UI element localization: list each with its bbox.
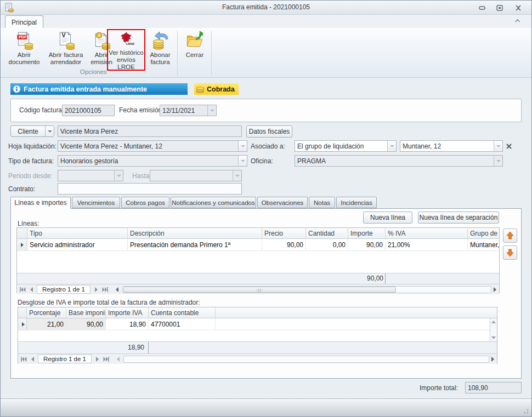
prev-record-button[interactable] <box>28 355 37 363</box>
tipo-factura-dropdown[interactable]: Honorarios gestoría <box>58 155 247 167</box>
cell-cantidad[interactable]: 0,00 <box>306 239 348 251</box>
nueva-linea-button[interactable]: Nueva línea <box>363 212 412 224</box>
ver-historico-lroe-button[interactable]: LROE Ver históricoenvíos LROE <box>108 30 144 71</box>
cerrar-button[interactable]: Cerrar <box>182 30 208 71</box>
next-record-button[interactable] <box>92 285 100 293</box>
info-icon <box>13 85 21 93</box>
importe-total-field[interactable]: 108,90 <box>465 382 522 393</box>
tab-incidencias[interactable]: Incidencias <box>336 197 377 208</box>
column-header-iva[interactable]: % IVA <box>386 228 468 239</box>
maximize-button[interactable] <box>492 3 507 13</box>
column-header-tipo[interactable]: Tipo <box>27 228 128 239</box>
oficina-dropdown[interactable]: PRAGMA <box>295 155 503 167</box>
cell-cuenta[interactable]: 47700001 <box>149 318 216 330</box>
asociado-detalle-dropdown[interactable]: Muntaner, 12 <box>400 140 503 152</box>
clear-asociado-button[interactable] <box>504 140 514 152</box>
pdf-document-coins-icon: PDF <box>15 31 33 50</box>
lines-total-value: 90,00 <box>367 275 383 282</box>
scroll-right-button[interactable] <box>490 285 499 293</box>
hoja-liquidacion-dropdown[interactable]: Vicente Mora Perez - Muntaner, 12 <box>58 140 247 152</box>
nueva-linea-separacion-button[interactable]: Nueva línea de separación <box>418 212 499 224</box>
codigo-factura-field[interactable]: 2021000105 <box>62 105 115 116</box>
invoice-header-box: Código factura: 2021000105 Fecha emisión… <box>10 99 522 122</box>
cell-porcentaje[interactable]: 21,00 <box>27 318 66 330</box>
horizontal-scrollbar[interactable] <box>122 286 491 293</box>
tab-vencimientos[interactable]: Vencimientos <box>72 197 120 208</box>
scroll-left-button[interactable] <box>112 285 121 293</box>
cell-tipo[interactable]: Servicio administrador <box>27 239 128 251</box>
first-record-button[interactable] <box>19 355 28 363</box>
asociado-label: Asociado a: <box>251 142 285 150</box>
table-row[interactable]: Servicio administrador Presentación dema… <box>17 239 499 251</box>
cell-descripcion[interactable]: Presentación demanda Primero 1ª <box>128 239 262 251</box>
vertical-scrollbar[interactable] <box>490 318 497 341</box>
cell-precio[interactable]: 90,00 <box>262 239 306 251</box>
scroll-down-button[interactable] <box>490 334 497 341</box>
column-header-cuenta[interactable]: Cuenta contable <box>149 307 216 318</box>
column-header-base[interactable]: Base imponible <box>66 307 106 318</box>
periodo-hasta-dropdown[interactable] <box>150 170 242 181</box>
iva-section-label: Desglose de IVA e importe total de la fa… <box>18 299 200 306</box>
status-banner-text: Factura emitida entrada manualmente <box>24 85 147 93</box>
last-record-button[interactable] <box>100 285 109 293</box>
abrir-factura-arrendador-button[interactable]: V Abrir facturaarrendador <box>43 30 88 71</box>
column-header-precio[interactable]: Precio <box>262 228 306 239</box>
column-header-importe[interactable]: Importe <box>348 228 386 239</box>
abrir-documento-button[interactable]: PDF Abrirdocumento <box>6 30 42 71</box>
chevron-down-icon <box>238 141 247 151</box>
cell-iva[interactable]: 21,00% <box>386 239 468 251</box>
close-button[interactable] <box>511 3 526 13</box>
tab-observaciones[interactable]: Observaciones <box>257 197 308 208</box>
importe-total-label: Importe total: <box>420 384 458 392</box>
grid-empty-area <box>18 330 497 341</box>
lines-nav-bar: Registro 1 de 1 <box>17 284 499 294</box>
ribbon-collapse-icon[interactable] <box>510 16 525 26</box>
scrollbar-grip <box>257 289 262 292</box>
abonar-factura-button[interactable]: Abonarfactura <box>146 30 174 71</box>
minimize-button[interactable] <box>474 3 490 13</box>
contrato-field[interactable] <box>58 183 242 195</box>
move-line-down-button[interactable] <box>503 245 517 260</box>
chevron-down-icon <box>238 156 247 166</box>
svg-text:LROE: LROE <box>126 42 134 45</box>
hasta-label: Hasta: <box>132 172 151 180</box>
asociado-grupo-dropdown[interactable]: El grupo de liquidación <box>295 140 397 152</box>
scroll-left-button[interactable] <box>114 355 122 363</box>
tab-notas[interactable]: Notas <box>309 197 335 208</box>
scroll-right-button[interactable] <box>488 355 497 363</box>
column-header-importe-iva[interactable]: Importe IVA <box>106 307 149 318</box>
cell-grupo[interactable]: Muntaner, 12 <box>468 239 499 251</box>
lineas-section-label: Líneas: <box>18 220 39 227</box>
horizontal-scrollbar[interactable] <box>123 356 489 363</box>
move-line-up-button[interactable] <box>503 229 517 243</box>
datos-fiscales-button[interactable]: Datos fiscales <box>246 125 292 138</box>
cliente-split-button[interactable]: Cliente <box>10 125 54 137</box>
row-indicator-header <box>17 228 27 239</box>
first-record-button[interactable] <box>18 285 27 293</box>
tab-principal[interactable]: Principal <box>5 15 43 28</box>
prev-record-button[interactable] <box>27 285 36 293</box>
fecha-emision-dropdown[interactable]: 12/11/2021 <box>160 105 217 116</box>
coins-icon <box>196 85 205 93</box>
column-header-grupo[interactable]: Grupo de liquidación <box>468 228 499 239</box>
periodo-desde-dropdown[interactable] <box>58 170 123 181</box>
ribbon-tab-row: Principal <box>1 15 531 28</box>
tab-lineas-importes[interactable]: Líneas e importes <box>10 197 71 209</box>
iva-total-row: 18,90 <box>18 341 497 353</box>
last-record-button[interactable] <box>101 355 110 363</box>
cell-base[interactable]: 90,00 <box>66 318 106 330</box>
next-record-button[interactable] <box>93 355 101 363</box>
folder-close-arrow-icon <box>185 31 204 50</box>
table-row[interactable]: 21,00 90,00 18,90 47700001 <box>18 318 497 330</box>
cliente-name-field[interactable]: Vicente Mora Perez <box>58 125 242 137</box>
column-header-porcentaje[interactable]: Porcentaje <box>27 307 66 318</box>
cell-importe-iva[interactable]: 18,90 <box>106 318 149 330</box>
tab-cobros-pagos[interactable]: Cobros pagos <box>121 197 169 208</box>
column-header-descripcion[interactable]: Descripción <box>128 228 262 239</box>
cell-importe[interactable]: 90,00 <box>348 239 386 251</box>
column-header-cantidad[interactable]: Cantidad <box>306 228 348 239</box>
resize-grip[interactable] <box>523 408 529 414</box>
tab-notificaciones[interactable]: Notificaciones y comunicados <box>171 197 256 208</box>
scrollbar-thumb[interactable] <box>123 287 396 293</box>
scroll-up-button[interactable] <box>490 318 497 325</box>
